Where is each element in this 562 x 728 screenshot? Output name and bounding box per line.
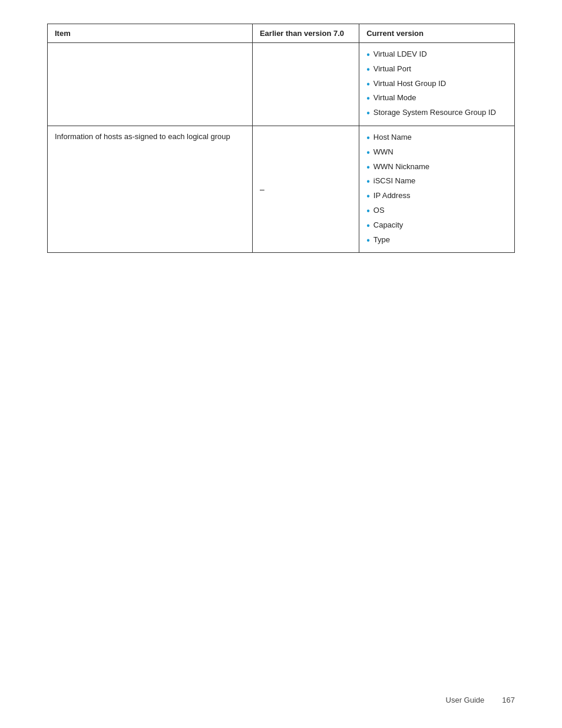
row2-col3: • Host Name • WWN • WWN Nickname • [359, 126, 515, 252]
list-item: • iSCSI Name [366, 176, 507, 188]
bullet-icon: • [366, 93, 370, 105]
row2-col1: Information of hosts as-signed to each l… [48, 126, 253, 252]
footer-label: User Guide [446, 696, 485, 704]
list-item: • Virtual Host Group ID [366, 78, 507, 91]
bullet-icon: • [366, 147, 370, 159]
table-row: • Virtual LDEV ID • Virtual Port • Virtu… [48, 43, 515, 126]
list-item-text: Virtual Host Group ID [373, 78, 446, 89]
list-item: • Virtual LDEV ID [366, 49, 507, 61]
list-item: • Virtual Port [366, 64, 507, 76]
list-item-text: Virtual Port [373, 64, 411, 74]
list-item-text: Storage System Resource Group ID [373, 107, 496, 118]
list-item-text: Host Name [373, 132, 412, 143]
bullet-icon: • [366, 205, 370, 218]
bullet-icon: • [366, 78, 370, 91]
list-item: • Host Name [366, 132, 507, 144]
bullet-icon: • [366, 49, 370, 61]
comparison-table: Item Earlier than version 7.0 Current ve… [47, 24, 515, 253]
list-item: • WWN [366, 147, 507, 159]
list-item: • IP Address [366, 190, 507, 203]
list-item-text: Virtual Mode [373, 93, 416, 103]
bullet-icon: • [366, 132, 370, 144]
col1-header: Item [48, 24, 253, 43]
col3-header: Current version [359, 24, 515, 43]
bullet-icon: • [366, 220, 370, 232]
list-item-text: Capacity [373, 220, 404, 230]
list-item: • OS [366, 205, 507, 218]
row1-col2 [252, 43, 359, 126]
list-item-text: iSCSI Name [373, 176, 416, 186]
bullet-icon: • [366, 190, 370, 203]
col2-header: Earlier than version 7.0 [252, 24, 359, 43]
list-item-text: Type [373, 235, 390, 245]
page-wrapper: Item Earlier than version 7.0 Current ve… [0, 0, 562, 276]
row1-bullet-list: • Virtual LDEV ID • Virtual Port • Virtu… [366, 49, 507, 120]
list-item: • Storage System Resource Group ID [366, 107, 507, 120]
bullet-icon: • [366, 162, 370, 174]
bullet-icon: • [366, 107, 370, 120]
list-item: • WWN Nickname [366, 162, 507, 174]
bullet-icon: • [366, 176, 370, 188]
list-item-text: WWN [373, 147, 394, 157]
row1-col1 [48, 43, 253, 126]
bullet-icon: • [366, 235, 370, 247]
row2-col2: – [252, 126, 359, 252]
row1-col3: • Virtual LDEV ID • Virtual Port • Virtu… [359, 43, 515, 126]
list-item-text: WWN Nickname [373, 162, 429, 172]
table-row: Information of hosts as-signed to each l… [48, 126, 515, 252]
list-item: • Capacity [366, 220, 507, 232]
footer-page-number: 167 [502, 696, 515, 704]
page-footer: User Guide 167 [446, 696, 515, 704]
list-item-text: IP Address [373, 190, 411, 201]
list-item: • Type [366, 235, 507, 247]
row2-bullet-list: • Host Name • WWN • WWN Nickname • [366, 132, 507, 246]
list-item-text: Virtual LDEV ID [373, 49, 427, 60]
bullet-icon: • [366, 64, 370, 76]
list-item: • Virtual Mode [366, 93, 507, 105]
list-item-text: OS [373, 205, 385, 216]
